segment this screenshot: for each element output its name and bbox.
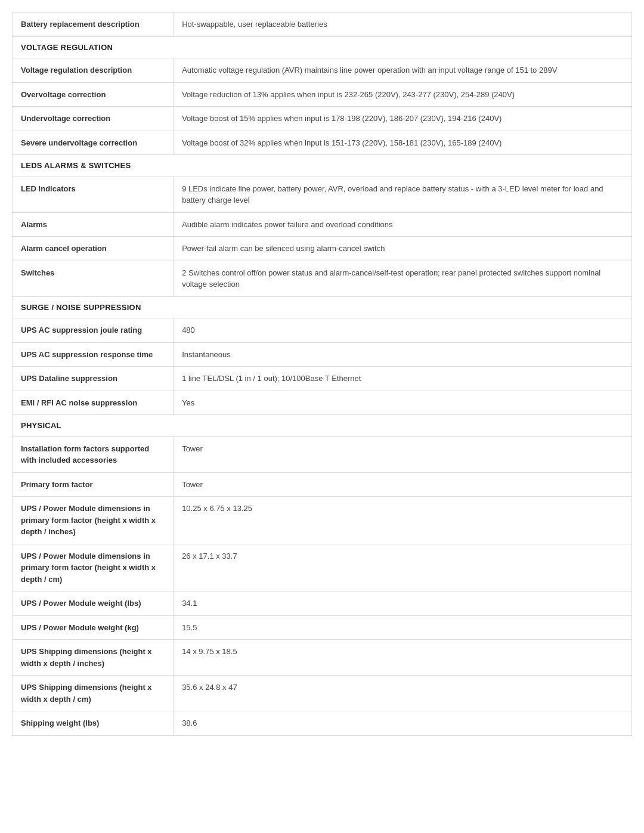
table-row: UPS / Power Module dimensions in primary… [13, 497, 632, 544]
row-value: Voltage boost of 32% applies when input … [174, 131, 632, 155]
row-label: UPS AC suppression response time [13, 342, 174, 367]
row-value: Voltage reduction of 13% applies when in… [174, 82, 632, 107]
row-label: UPS AC suppression joule rating [13, 318, 174, 343]
row-label: LED Indicators [13, 176, 174, 212]
row-label: Alarm cancel operation [13, 237, 174, 261]
row-label: Primary form factor [13, 472, 174, 497]
row-label: UPS / Power Module dimensions in primary… [13, 544, 174, 592]
row-label: Undervoltage correction [13, 107, 174, 131]
row-value: 480 [174, 318, 632, 343]
row-value: 10.25 x 6.75 x 13.25 [174, 497, 632, 544]
row-label: Voltage regulation description [13, 58, 174, 83]
row-value: 15.5 [174, 615, 632, 640]
table-row: Installation form factors supported with… [13, 436, 632, 472]
section-header-row: LEDS ALARMS & SWITCHES [13, 155, 632, 177]
section-header-label: LEDS ALARMS & SWITCHES [13, 155, 632, 177]
table-row: UPS / Power Module weight (kg)15.5 [13, 615, 632, 640]
row-label: UPS Shipping dimensions (height x width … [13, 676, 174, 711]
table-row: AlarmsAudible alarm indicates power fail… [13, 212, 632, 237]
row-label: Severe undervoltage correction [13, 131, 174, 155]
row-label: Shipping weight (lbs) [13, 711, 174, 736]
row-value: Tower [174, 472, 632, 497]
row-label: Battery replacement description [13, 13, 174, 37]
section-header-label: VOLTAGE REGULATION [13, 36, 632, 58]
table-row: UPS Shipping dimensions (height x width … [13, 640, 632, 676]
section-header-row: VOLTAGE REGULATION [13, 36, 632, 58]
row-value: 14 x 9.75 x 18.5 [174, 640, 632, 676]
row-value: Instantaneous [174, 342, 632, 367]
table-row: Battery replacement descriptionHot-swapp… [13, 13, 632, 37]
table-row: UPS AC suppression response timeInstanta… [13, 342, 632, 367]
table-row: Primary form factorTower [13, 472, 632, 497]
table-row: Alarm cancel operationPower-fail alarm c… [13, 237, 632, 261]
row-label: UPS Dataline suppression [13, 367, 174, 391]
row-value: 35.6 x 24.8 x 47 [174, 676, 632, 711]
row-value: 1 line TEL/DSL (1 in / 1 out); 10/100Bas… [174, 367, 632, 391]
row-label: Alarms [13, 212, 174, 237]
row-value: Yes [174, 391, 632, 415]
table-row: Severe undervoltage correctionVoltage bo… [13, 131, 632, 155]
section-header-row: PHYSICAL [13, 415, 632, 437]
table-row: Undervoltage correctionVoltage boost of … [13, 107, 632, 131]
row-value: 38.6 [174, 711, 632, 736]
table-row: UPS / Power Module weight (lbs)34.1 [13, 592, 632, 616]
row-value: Automatic voltage regulation (AVR) maint… [174, 58, 632, 83]
table-row: UPS Shipping dimensions (height x width … [13, 676, 632, 711]
row-value: 26 x 17.1 x 33.7 [174, 544, 632, 592]
row-label: Switches [13, 261, 174, 296]
table-row: Switches2 Switches control off/on power … [13, 261, 632, 296]
table-row: Voltage regulation descriptionAutomatic … [13, 58, 632, 83]
table-row: UPS AC suppression joule rating480 [13, 318, 632, 343]
row-value: 2 Switches control off/on power status a… [174, 261, 632, 296]
row-label: Overvoltage correction [13, 82, 174, 107]
row-value: Voltage boost of 15% applies when input … [174, 107, 632, 131]
row-value: Power-fail alarm can be silenced using a… [174, 237, 632, 261]
table-row: UPS Dataline suppression1 line TEL/DSL (… [13, 367, 632, 391]
row-value: Audible alarm indicates power failure an… [174, 212, 632, 237]
section-header-row: SURGE / NOISE SUPPRESSION [13, 296, 632, 318]
table-row: LED Indicators9 LEDs indicate line power… [13, 176, 632, 212]
row-label: UPS / Power Module dimensions in primary… [13, 497, 174, 544]
row-label: UPS / Power Module weight (kg) [13, 615, 174, 640]
section-header-label: PHYSICAL [13, 415, 632, 437]
spec-table: Battery replacement descriptionHot-swapp… [12, 12, 632, 736]
row-value: 9 LEDs indicate line power, battery powe… [174, 176, 632, 212]
row-label: UPS Shipping dimensions (height x width … [13, 640, 174, 676]
table-row: Overvoltage correctionVoltage reduction … [13, 82, 632, 107]
section-header-label: SURGE / NOISE SUPPRESSION [13, 296, 632, 318]
table-row: Shipping weight (lbs)38.6 [13, 711, 632, 736]
row-value: Hot-swappable, user replaceable batterie… [174, 13, 632, 37]
row-value: 34.1 [174, 592, 632, 616]
row-label: EMI / RFI AC noise suppression [13, 391, 174, 415]
table-row: EMI / RFI AC noise suppressionYes [13, 391, 632, 415]
row-label: UPS / Power Module weight (lbs) [13, 592, 174, 616]
table-row: UPS / Power Module dimensions in primary… [13, 544, 632, 592]
row-value: Tower [174, 436, 632, 472]
row-label: Installation form factors supported with… [13, 436, 174, 472]
